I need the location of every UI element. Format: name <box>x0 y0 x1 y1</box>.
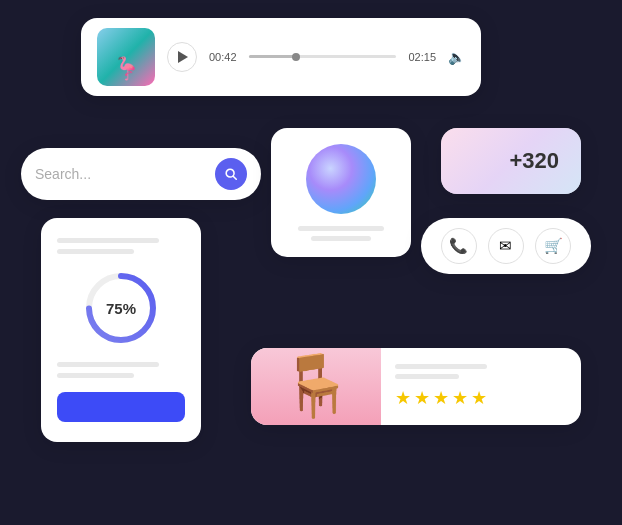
star-5: ★ <box>471 387 487 409</box>
orb-image <box>306 144 376 214</box>
mail-icon: ✉ <box>499 237 512 255</box>
star-rating: ★ ★ ★ ★ ★ <box>395 387 487 409</box>
media-player-card: 🦩 00:42 02:15 🔈 <box>81 18 481 96</box>
icons-card: 📞 ✉ 🛒 <box>421 218 591 274</box>
phone-icon: 📞 <box>449 237 468 255</box>
cta-button[interactable] <box>57 392 185 422</box>
total-time: 02:15 <box>408 51 436 63</box>
chair-emoji: 🪑 <box>279 350 354 425</box>
search-placeholder: Search... <box>35 166 207 182</box>
volume-icon[interactable]: 🔈 <box>448 49 465 65</box>
flamingo-emoji: 🦩 <box>113 56 140 82</box>
star-2: ★ <box>414 387 430 409</box>
review-text-lines <box>395 364 487 379</box>
star-3: ★ <box>433 387 449 409</box>
review-line-1 <box>395 364 487 369</box>
review-content: ★ ★ ★ ★ ★ <box>381 348 501 425</box>
search-button[interactable] <box>215 158 247 190</box>
orb-text-lines <box>287 226 395 241</box>
progress-fill <box>249 55 296 58</box>
review-card: 🪑 ★ ★ ★ ★ ★ <box>251 348 581 425</box>
top-lines <box>57 238 185 254</box>
bottom-lines <box>57 362 185 378</box>
review-line-2 <box>395 374 459 379</box>
play-button[interactable] <box>167 42 197 72</box>
progress-dot <box>292 53 300 61</box>
media-thumbnail: 🦩 <box>97 28 155 86</box>
product-image: 🪑 <box>251 348 381 425</box>
current-time: 00:42 <box>209 51 237 63</box>
line-4 <box>57 373 134 378</box>
progress-percent: 75% <box>106 299 136 316</box>
search-icon <box>224 167 238 181</box>
phone-icon-button[interactable]: 📞 <box>441 228 477 264</box>
star-4: ★ <box>452 387 468 409</box>
line-1 <box>57 238 159 243</box>
progress-bar[interactable] <box>249 55 397 58</box>
canvas: 🦩 00:42 02:15 🔈 Search... <box>21 18 601 508</box>
count-card: +320 <box>441 128 581 194</box>
line-3 <box>57 362 159 367</box>
mail-icon-button[interactable]: ✉ <box>488 228 524 264</box>
cart-icon: 🛒 <box>544 237 563 255</box>
star-1: ★ <box>395 387 411 409</box>
count-value: +320 <box>501 142 567 180</box>
cart-icon-button[interactable]: 🛒 <box>535 228 571 264</box>
search-card: Search... <box>21 148 261 200</box>
circle-progress: 75% <box>81 268 161 348</box>
progress-card: 75% <box>41 218 201 442</box>
orb-line-2 <box>311 236 370 241</box>
orb-card <box>271 128 411 257</box>
svg-line-7 <box>233 176 236 179</box>
orb-line-1 <box>298 226 384 231</box>
line-2 <box>57 249 134 254</box>
